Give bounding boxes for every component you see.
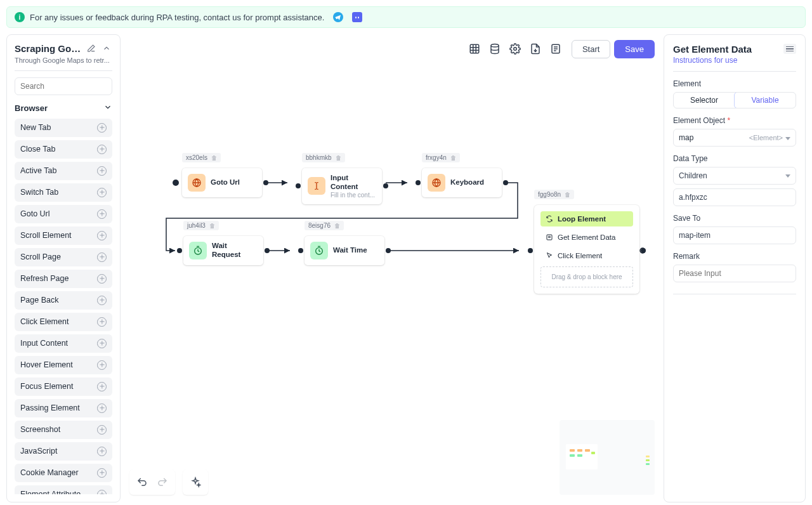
- add-icon[interactable]: [97, 209, 107, 219]
- magic-button[interactable]: [187, 473, 204, 491]
- seg-variable[interactable]: Variable: [734, 92, 796, 108]
- project-subtitle: Through Google Maps to retr...: [15, 56, 112, 64]
- edit-icon[interactable]: [86, 43, 97, 54]
- loop-step-get-data[interactable]: Get Element Data: [540, 230, 633, 245]
- start-port[interactable]: [173, 180, 179, 186]
- node-goto-url[interactable]: xs20els🗑 Goto Url: [182, 168, 262, 197]
- loop-header[interactable]: Loop Element: [540, 211, 633, 226]
- info-icon: i: [15, 12, 25, 22]
- grid-icon[interactable]: [465, 39, 484, 58]
- node-loop-element[interactable]: fgg9o8n🗑 Loop Element Get Element Data C…: [534, 205, 639, 294]
- seg-selector[interactable]: Selector: [674, 93, 735, 108]
- palette-item[interactable]: Refresh Page: [15, 270, 112, 288]
- save-to-input[interactable]: [673, 226, 796, 244]
- node-tag: 8eisg76: [308, 222, 331, 229]
- add-icon[interactable]: [97, 188, 107, 197]
- palette-item[interactable]: Input Content: [15, 334, 112, 353]
- notes-icon[interactable]: [546, 39, 565, 58]
- add-icon[interactable]: [97, 296, 107, 305]
- palette-item[interactable]: Click Element: [15, 313, 112, 331]
- add-icon[interactable]: [97, 274, 107, 284]
- add-icon[interactable]: [97, 123, 107, 133]
- drop-zone[interactable]: Drag & drop a block here: [540, 266, 633, 287]
- add-icon[interactable]: [97, 166, 107, 176]
- node-tag: fgg9o8n: [538, 191, 561, 198]
- svg-point-2: [355, 16, 357, 18]
- add-icon[interactable]: [97, 403, 107, 413]
- database-icon[interactable]: [485, 39, 504, 58]
- add-icon[interactable]: [97, 253, 107, 262]
- canvas-toolbar: Start Save: [462, 37, 655, 61]
- palette-item[interactable]: Cookie Manager: [15, 464, 112, 482]
- add-icon[interactable]: [97, 447, 107, 456]
- delete-icon[interactable]: 🗑: [211, 155, 217, 161]
- export-icon[interactable]: [526, 39, 545, 58]
- node-wait-request[interactable]: juh4il3🗑 Wait Request: [183, 236, 263, 265]
- telegram-icon[interactable]: [333, 12, 343, 22]
- save-button[interactable]: Save: [614, 40, 655, 58]
- element-label: Element: [673, 79, 796, 88]
- search-input[interactable]: [15, 77, 112, 95]
- palette-item[interactable]: Active Tab: [15, 162, 112, 180]
- node-palette: New TabClose TabActive TabSwitch TabGoto…: [15, 119, 112, 494]
- palette-item[interactable]: Element Attribute: [15, 485, 112, 494]
- add-icon[interactable]: [97, 231, 107, 240]
- palette-item[interactable]: Hover Element: [15, 356, 112, 374]
- element-object-select[interactable]: map <Element>: [673, 129, 796, 147]
- discord-icon[interactable]: [352, 12, 362, 22]
- loop-step-click[interactable]: Click Element: [540, 248, 633, 263]
- add-icon[interactable]: [97, 339, 107, 348]
- canvas[interactable]: Start Save xs20els🗑: [127, 34, 657, 502]
- svg-point-3: [358, 16, 359, 18]
- redo-button[interactable]: [154, 473, 171, 491]
- collapse-icon[interactable]: [101, 43, 112, 54]
- settings-icon[interactable]: [506, 39, 525, 58]
- instructions-link[interactable]: Instructions for use: [673, 56, 752, 65]
- delete-icon[interactable]: 🗑: [336, 155, 341, 161]
- node-input-content[interactable]: bbhkmkb🗑 Input Content Fill in the cont.…: [302, 168, 382, 204]
- add-icon[interactable]: [97, 382, 107, 391]
- add-icon[interactable]: [97, 468, 107, 478]
- element-mode-segment[interactable]: Selector Variable: [673, 92, 796, 108]
- node-wait-time[interactable]: 8eisg76🗑 Wait Time: [304, 236, 384, 265]
- delete-icon[interactable]: 🗑: [209, 223, 215, 229]
- remark-label: Remark: [673, 252, 796, 261]
- selector-input[interactable]: [673, 188, 796, 206]
- add-icon[interactable]: [97, 360, 107, 370]
- add-icon[interactable]: [97, 490, 107, 494]
- palette-item[interactable]: Focus Element: [15, 377, 112, 396]
- minimap[interactable]: [560, 420, 655, 495]
- delete-icon[interactable]: 🗑: [450, 155, 456, 161]
- palette-item[interactable]: Scroll Element: [15, 226, 112, 245]
- node-keyboard[interactable]: frxgy4n🗑 Keyboard: [422, 168, 502, 197]
- remark-input[interactable]: [673, 265, 796, 282]
- add-icon[interactable]: [97, 145, 107, 154]
- palette-item[interactable]: Close Tab: [15, 140, 112, 159]
- add-icon[interactable]: [97, 425, 107, 435]
- palette-item[interactable]: Screenshot: [15, 421, 112, 439]
- palette-item[interactable]: Goto Url: [15, 205, 112, 223]
- delete-icon[interactable]: 🗑: [565, 192, 570, 198]
- list-icon: [546, 233, 553, 241]
- panel-toggle-icon[interactable]: [783, 44, 796, 54]
- chevron-down-icon: [785, 174, 790, 178]
- properties-panel: Get Element Data Instructions for use El…: [664, 34, 806, 502]
- palette-item[interactable]: Switch Tab: [15, 183, 112, 202]
- palette-item[interactable]: Page Back: [15, 291, 112, 310]
- palette-item[interactable]: JavaScript: [15, 442, 112, 461]
- data-type-select[interactable]: Children: [673, 167, 796, 185]
- node-tag: bbhkmkb: [306, 154, 332, 161]
- undo-button[interactable]: [133, 473, 151, 491]
- banner-text: For any issues or feedback during RPA te…: [30, 13, 324, 22]
- palette-item[interactable]: New Tab: [15, 119, 112, 137]
- svg-point-6: [514, 48, 517, 51]
- add-icon[interactable]: [97, 317, 107, 327]
- chevron-down-icon: [785, 137, 790, 140]
- node-tag: juh4il3: [187, 222, 206, 229]
- palette-item[interactable]: Scroll Page: [15, 248, 112, 266]
- category-header[interactable]: Browser: [15, 103, 112, 114]
- palette-item[interactable]: Passing Element: [15, 399, 112, 417]
- info-banner: i For any issues or feedback during RPA …: [6, 6, 806, 28]
- delete-icon[interactable]: 🗑: [334, 223, 340, 229]
- start-button[interactable]: Start: [572, 40, 610, 58]
